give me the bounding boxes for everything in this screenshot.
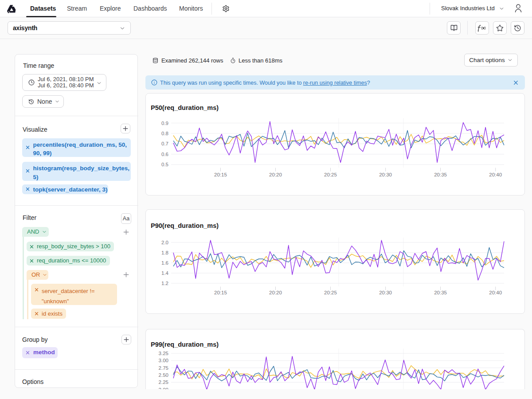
svg-text:2.0: 2.0	[161, 240, 168, 245]
svg-text:3.00: 3.00	[159, 358, 168, 363]
svg-text:0.5: 0.5	[161, 162, 168, 167]
svg-text:20:20: 20:20	[269, 172, 282, 177]
svg-text:20:35: 20:35	[434, 290, 447, 295]
svg-text:2.75: 2.75	[159, 365, 168, 371]
svg-text:20:20: 20:20	[269, 290, 282, 295]
svg-text:20:25: 20:25	[324, 172, 337, 177]
svg-text:1.2: 1.2	[161, 281, 168, 286]
svg-text:2.00: 2.00	[159, 387, 168, 389]
svg-text:0.6: 0.6	[161, 152, 168, 157]
svg-text:20:40: 20:40	[489, 172, 502, 177]
svg-text:3.25: 3.25	[159, 351, 168, 356]
svg-text:2.50: 2.50	[159, 372, 168, 378]
svg-text:20:15: 20:15	[214, 172, 227, 177]
svg-text:0.7: 0.7	[161, 141, 168, 146]
svg-text:0.9: 0.9	[161, 121, 168, 126]
svg-text:1.8: 1.8	[161, 250, 168, 255]
svg-text:1.4: 1.4	[161, 270, 169, 276]
svg-text:2.25: 2.25	[159, 379, 168, 385]
svg-text:20:35: 20:35	[434, 172, 447, 177]
svg-text:20:40: 20:40	[489, 290, 502, 295]
svg-text:0.8: 0.8	[161, 131, 168, 136]
svg-text:20:25: 20:25	[324, 290, 337, 295]
svg-text:20:30: 20:30	[379, 172, 392, 177]
svg-text:1.6: 1.6	[161, 260, 168, 266]
svg-text:20:15: 20:15	[214, 290, 227, 295]
svg-text:20:30: 20:30	[379, 290, 392, 295]
